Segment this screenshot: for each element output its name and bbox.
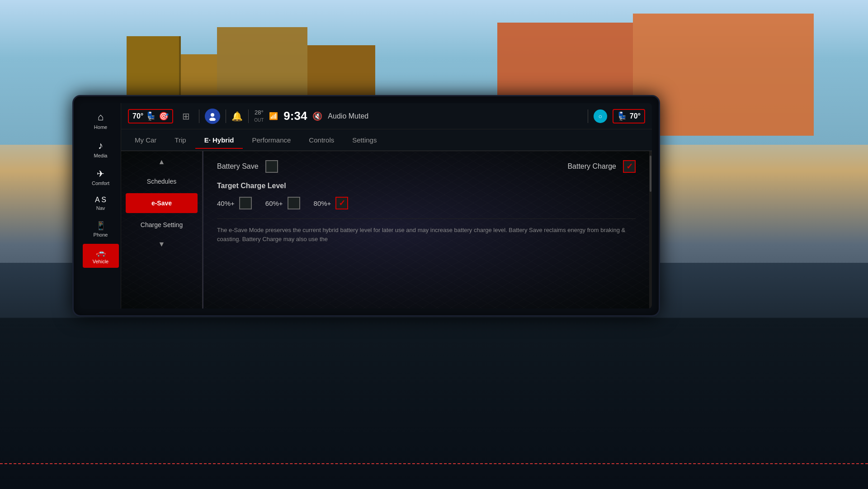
scroll-thumb[interactable]	[650, 156, 651, 192]
description-text: The e-Save Mode preserves the current hy…	[217, 218, 636, 243]
sidebar-chargesetting[interactable]: Charge Setting	[126, 215, 198, 235]
nav-tabs: My Car Trip E· Hybrid Performance Contro…	[121, 129, 652, 151]
home-icon: ⌂	[98, 111, 104, 123]
audio-muted-label: Audio Muted	[328, 112, 368, 120]
time-display: 9:34	[283, 109, 307, 123]
charge-option-60: 60%+	[265, 197, 300, 209]
charge-60-checkbox[interactable]	[288, 197, 300, 209]
battery-controls-row: Battery Save Battery Charge	[217, 160, 636, 173]
sidebar-esave[interactable]: e-Save	[126, 193, 198, 213]
charge-level-title: Target Charge Level	[217, 182, 636, 190]
screen: ⌂ Home ♪ Media ✈ Comfort A S Nav 📱 Phone…	[80, 103, 652, 309]
sidebar: ⌂ Home ♪ Media ✈ Comfort A S Nav 📱 Phone…	[80, 103, 121, 309]
sidebar-item-home[interactable]: ⌂ Home	[83, 108, 119, 133]
scroll-down-arrow[interactable]: ▼	[126, 240, 198, 248]
divider-4	[588, 109, 588, 123]
temp-box-left[interactable]: 70° 💺 🎯	[128, 109, 173, 123]
profile-svg	[208, 112, 217, 121]
charge-level-section: Target Charge Level 40%+ 60%+	[217, 182, 636, 209]
sidebar-label-comfort: Comfort	[92, 180, 109, 186]
building-6	[633, 14, 814, 136]
tab-controls[interactable]: Controls	[300, 132, 343, 148]
tab-settings[interactable]: Settings	[343, 132, 386, 148]
media-icon: ♪	[98, 140, 103, 152]
charge-80-checkbox[interactable]	[335, 197, 348, 209]
svg-point-0	[211, 113, 214, 117]
alexa-icon[interactable]: ○	[594, 109, 607, 123]
battery-save-control: Battery Save	[217, 160, 278, 173]
scroll-indicator	[649, 151, 652, 309]
charge-option-80: 80%+	[314, 197, 349, 209]
tab-performance[interactable]: Performance	[243, 132, 300, 148]
stitching	[0, 463, 868, 464]
tab-trip[interactable]: Trip	[165, 132, 195, 148]
temp-right-value: 70°	[630, 112, 641, 120]
sidebar-label-nav: Nav	[96, 205, 105, 211]
charge-option-40: 40%+	[217, 197, 252, 209]
charge-60-label: 60%+	[265, 199, 283, 207]
battery-save-checkbox[interactable]	[265, 160, 278, 173]
tab-ehybrid[interactable]: E· Hybrid	[195, 132, 243, 148]
temp-left-value: 70°	[132, 112, 143, 120]
temp-box-right[interactable]: 💺 70°	[613, 109, 645, 123]
comfort-icon: ✈	[97, 168, 104, 179]
seat-heat-left-icon: 💺	[146, 111, 156, 121]
divider-1	[199, 109, 199, 123]
sidebar-label-home: Home	[94, 124, 107, 130]
screen-bezel: ⌂ Home ♪ Media ✈ Comfort A S Nav 📱 Phone…	[72, 95, 660, 317]
sidebar-schedules[interactable]: Schedules	[126, 171, 198, 191]
sidebar-item-phone[interactable]: 📱 Phone	[83, 217, 119, 241]
charge-40-label: 40%+	[217, 199, 235, 207]
wifi-icon: 📶	[269, 112, 278, 120]
content-area: ▲ Schedules e-Save Charge Setting ▼	[121, 151, 652, 309]
sidebar-item-nav[interactable]: A S Nav	[83, 192, 119, 214]
sidebar-label-vehicle: Vehicle	[93, 259, 108, 264]
profile-icon[interactable]	[205, 109, 220, 124]
grid-button[interactable]: ⊞	[179, 109, 193, 123]
steering-wheel-icon: 🎯	[159, 111, 169, 121]
bell-icon[interactable]: 🔔	[231, 111, 243, 122]
status-bar: 70° 💺 🎯 ⊞ 🔔	[121, 103, 652, 129]
battery-charge-label: Battery Charge	[567, 162, 616, 171]
battery-charge-control: Battery Charge	[567, 160, 636, 173]
battery-save-label: Battery Save	[217, 162, 259, 171]
divider-2	[226, 109, 226, 123]
outside-temp: 28°	[255, 109, 264, 116]
mute-icon: 🔇	[312, 111, 322, 121]
main-panel: Battery Save Battery Charge Target Charg…	[203, 151, 649, 309]
phone-icon: 📱	[96, 221, 106, 231]
charge-options: 40%+ 60%+ 80%+	[217, 197, 636, 209]
main-content: 70° 💺 🎯 ⊞ 🔔	[121, 103, 652, 309]
charge-40-checkbox[interactable]	[239, 197, 252, 209]
sidebar-item-vehicle[interactable]: 🚗 Vehicle	[83, 244, 119, 268]
outside-label: OUT	[254, 118, 264, 123]
scroll-up-arrow[interactable]: ▲	[126, 158, 198, 166]
weather-display: 28° OUT	[254, 109, 264, 123]
battery-charge-checkbox[interactable]	[623, 160, 636, 173]
content-sidebar: ▲ Schedules e-Save Charge Setting ▼	[121, 151, 203, 309]
vehicle-icon: 🚗	[96, 247, 106, 257]
nav-icon: A S	[95, 196, 106, 204]
tab-mycar[interactable]: My Car	[126, 132, 165, 148]
sidebar-label-media: Media	[94, 153, 108, 158]
divider-3	[248, 109, 249, 123]
charge-80-label: 80%+	[314, 199, 331, 207]
seat-heat-right-icon: 💺	[617, 111, 627, 121]
sidebar-item-comfort[interactable]: ✈ Comfort	[83, 165, 119, 190]
svg-point-1	[209, 118, 216, 121]
sidebar-item-media[interactable]: ♪ Media	[83, 136, 119, 162]
sidebar-label-phone: Phone	[94, 232, 108, 237]
